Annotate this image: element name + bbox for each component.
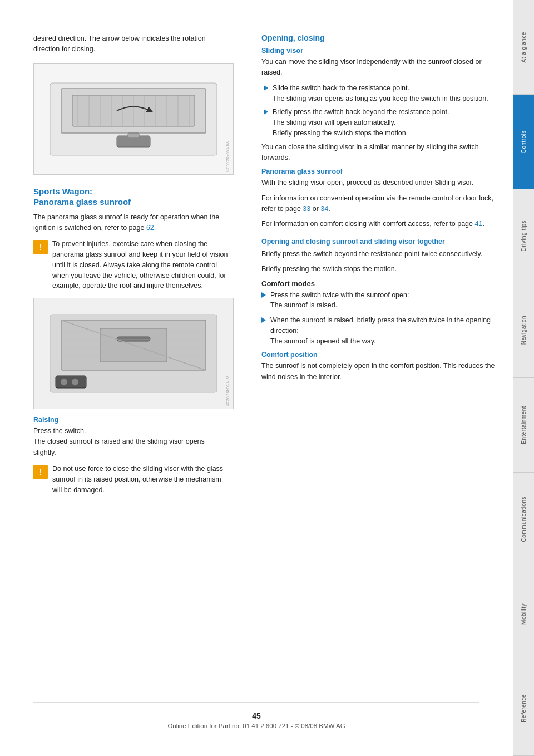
page-41-link[interactable]: 41	[475, 220, 483, 228]
panorama-body1: With the sliding visor open, proceed as …	[261, 178, 502, 188]
comfort-text-1: Press the switch twice with the sunroof …	[270, 290, 409, 311]
triangle-bullet-1	[264, 85, 268, 91]
panorama-body2: For information on convenient operation …	[261, 193, 502, 215]
tab-at-a-glance-label: At a glance	[521, 32, 527, 63]
triangle-bullet-3	[261, 292, 266, 298]
side-tabs: At a glance Controls Driving tips Naviga…	[513, 0, 534, 756]
opening-closing-main-heading: Opening, closing	[261, 33, 502, 42]
diagram-2-svg	[44, 306, 222, 401]
comfort-position-heading: Comfort position	[261, 351, 502, 359]
warning-box-2: ! Do not use force to close the sliding …	[33, 464, 228, 495]
diagram-1: WPP00452.00.en	[33, 63, 234, 175]
main-content: desired direction. The arrow below indic…	[0, 0, 513, 756]
tab-driving-tips[interactable]: Driving tips	[513, 189, 534, 284]
tab-navigation[interactable]: Navigation	[513, 283, 534, 378]
diagram-1-watermark: WPP00452.00.en	[226, 141, 230, 172]
raising-body: Press the switch.The closed sunroof is r…	[33, 426, 228, 458]
tab-at-a-glance[interactable]: At a glance	[513, 0, 534, 95]
opening-closing-sunroof-heading: Opening and closing sunroof and sliding …	[261, 238, 502, 246]
tab-reference-label: Reference	[521, 694, 527, 723]
bullet-text-1: Slide the switch back to the resistance …	[273, 83, 488, 104]
comfort-modes-heading: Comfort modes	[261, 279, 502, 288]
diagram-1-svg	[44, 72, 222, 166]
warning-icon-2: !	[33, 465, 48, 479]
sliding-visor-body1: You can move the sliding visor independe…	[261, 57, 502, 78]
panorama-heading: Panorama glass sunroof	[261, 168, 502, 175]
intro-text: desired direction. The arrow below indic…	[33, 33, 228, 55]
page-container: desired direction. The arrow below indic…	[0, 0, 534, 756]
tab-driving-tips-label: Driving tips	[521, 220, 527, 251]
footer-text: Online Edition for Part no. 01 41 2 600 …	[167, 723, 345, 729]
bullet-text-2: Briefly press the switch back beyond the…	[273, 107, 449, 138]
page-33-link[interactable]: 33	[303, 205, 310, 213]
warning-text-2: Do not use force to close the sliding vi…	[52, 464, 228, 495]
diagram-2: WPP00452.02.en	[33, 298, 234, 409]
diagram-1-inner	[34, 64, 233, 174]
left-column: desired direction. The arrow below indic…	[0, 22, 245, 702]
svg-rect-19	[117, 337, 150, 341]
tab-mobility[interactable]: Mobility	[513, 567, 534, 662]
warning-text-1: To prevent injuries, exercise care when …	[52, 239, 228, 291]
page-34-link[interactable]: 34	[320, 205, 328, 213]
two-columns: desired direction. The arrow below indic…	[0, 22, 513, 702]
tab-mobility-label: Mobility	[521, 603, 527, 625]
opening-closing-body2: Briefly pressing the switch stops the mo…	[261, 264, 502, 274]
svg-point-22	[72, 379, 78, 385]
comfort-item-1: Press the switch twice with the sunroof …	[261, 290, 502, 311]
raising-label: Raising	[33, 416, 228, 424]
tab-communications[interactable]: Communications	[513, 473, 534, 567]
warning-box-1: ! To prevent injuries, exercise care whe…	[33, 239, 228, 291]
tab-communications-label: Communications	[521, 497, 527, 542]
page-footer: 45 Online Edition for Part no. 01 41 2 6…	[33, 702, 479, 734]
triangle-bullet-2	[264, 109, 268, 115]
triangle-bullet-4	[261, 317, 266, 323]
tab-navigation-label: Navigation	[521, 316, 527, 345]
sliding-visor-heading: Sliding visor	[261, 47, 502, 55]
warning-icon-1: !	[33, 240, 48, 254]
svg-rect-20	[56, 376, 86, 388]
tab-reference[interactable]: Reference	[513, 661, 534, 756]
sports-wagon-heading: Sports Wagon:Panorama glass sunroof	[33, 186, 228, 208]
tab-entertainment-label: Entertainment	[521, 406, 527, 444]
comfort-item-2: When the sunroof is raised, briefly pres…	[261, 315, 502, 346]
bullet-item-1: Slide the switch back to the resistance …	[261, 83, 502, 104]
panorama-body3: For information on comfort closing with …	[261, 219, 502, 229]
sports-wagon-body: The panorama glass sunroof is ready for …	[33, 212, 228, 234]
comfort-position-body: The sunroof is not completely open in th…	[261, 361, 502, 382]
page-number: 45	[33, 711, 479, 720]
comfort-text-2: When the sunroof is raised, briefly pres…	[270, 315, 502, 346]
tab-entertainment[interactable]: Entertainment	[513, 378, 534, 473]
right-column: Opening, closing Sliding visor You can m…	[245, 22, 513, 702]
diagram-2-watermark: WPP00452.02.en	[226, 376, 230, 406]
svg-rect-4	[128, 133, 139, 138]
sliding-close-text: You can close the sliding visor in a sim…	[261, 142, 502, 164]
tab-controls[interactable]: Controls	[513, 95, 534, 189]
page-62-link[interactable]: 62	[146, 224, 154, 232]
tab-controls-label: Controls	[521, 130, 527, 153]
opening-closing-body1: Briefly press the switch beyond the resi…	[261, 249, 502, 259]
sports-wagon-heading-text: Sports Wagon:Panorama glass sunroof	[33, 186, 131, 207]
svg-point-21	[61, 379, 67, 385]
bullet-item-2: Briefly press the switch back beyond the…	[261, 107, 502, 138]
